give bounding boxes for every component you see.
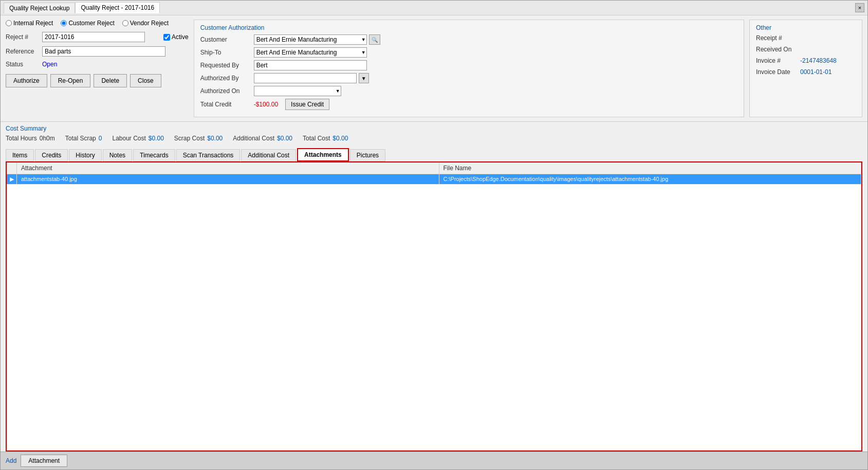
customer-auth-title: Customer Authorization	[200, 24, 737, 31]
total-cost-value: $0.00	[333, 135, 348, 142]
add-link[interactable]: Add	[6, 457, 16, 464]
active-row: Active	[163, 33, 189, 41]
active-label: Active	[172, 33, 189, 41]
total-credit-row: Total Credit -$100.00 Issue Credit	[200, 99, 737, 110]
ship-to-row: Ship-To Bert And Ernie Manufacturing ▼	[200, 47, 737, 58]
total-hours-value: 0h0m	[40, 135, 55, 142]
labour-cost-item: Labour Cost $0.00	[112, 135, 163, 142]
other-panel: Other Receipt # Received On Invoice # -2…	[749, 20, 862, 117]
close-button[interactable]: ×	[855, 3, 864, 12]
requested-by-input[interactable]	[254, 60, 367, 70]
customer-reject-label: Customer Reject	[68, 20, 114, 27]
customer-select-wrapper: Bert And Ernie Manufacturing ▼	[254, 34, 367, 45]
left-panel: Internal Reject Customer Reject Vendor R…	[6, 20, 189, 117]
additional-cost-label: Additional Cost	[233, 135, 274, 142]
total-credit-value: -$100.00	[254, 101, 278, 108]
attachment-cell: attachmentstab-40.jpg	[17, 174, 439, 184]
authorized-on-row: Authorized On ▼	[200, 86, 737, 96]
status-value: Open	[42, 61, 57, 68]
tab-credits[interactable]: Credits	[35, 149, 68, 161]
vendor-reject-radio-group: Vendor Reject	[122, 20, 169, 27]
reject-num-input[interactable]	[42, 32, 145, 42]
customer-search-button[interactable]: 🔍	[369, 34, 380, 45]
reject-num-row: Reject # Active	[6, 32, 189, 42]
active-checkbox[interactable]	[163, 34, 170, 41]
received-on-row: Received On	[756, 46, 856, 53]
tab-additional-cost[interactable]: Additional Cost	[241, 149, 296, 161]
top-section: Internal Reject Customer Reject Vendor R…	[1, 15, 867, 121]
customer-reject-radio[interactable]	[61, 20, 67, 26]
authorized-on-label: Authorized On	[200, 87, 252, 95]
title-bar: Quality Reject Lookup Quality Reject - 2…	[1, 1, 867, 15]
delete-button[interactable]: Delete	[94, 74, 127, 87]
cost-row: Total Hours 0h0m Total Scrap 0 Labour Co…	[6, 135, 862, 142]
vendor-reject-label: Vendor Reject	[130, 20, 169, 27]
receipt-row: Receipt #	[756, 34, 856, 42]
total-hours-item: Total Hours 0h0m	[6, 135, 55, 142]
ship-to-label: Ship-To	[200, 49, 252, 56]
internal-reject-radio[interactable]	[6, 20, 12, 26]
expand-col-header	[7, 162, 17, 174]
action-buttons: Authorize Re-Open Delete Close	[6, 74, 189, 87]
tab-content-attachments: Attachment File Name ▶ attachmentstab-40…	[6, 161, 862, 451]
authorized-by-input[interactable]	[254, 73, 357, 83]
customer-select[interactable]: Bert And Ernie Manufacturing	[254, 34, 367, 45]
tab-items[interactable]: Items	[6, 149, 34, 161]
additional-cost-item: Additional Cost $0.00	[233, 135, 292, 142]
cost-summary-title: Cost Summary	[6, 125, 862, 132]
customer-row: Customer Bert And Ernie Manufacturing ▼ …	[200, 34, 737, 45]
tab-quality-reject-lookup[interactable]: Quality Reject Lookup	[4, 3, 75, 13]
total-scrap-value: 0	[99, 135, 102, 142]
invoice-date-value[interactable]: 0001-01-01	[800, 68, 832, 76]
invoice-date-label: Invoice Date	[756, 68, 797, 76]
tab-history[interactable]: History	[69, 149, 101, 161]
tab-notes[interactable]: Notes	[103, 149, 132, 161]
customer-auth-panel: Customer Authorization Customer Bert And…	[194, 20, 744, 117]
ship-to-select[interactable]: Bert And Ernie Manufacturing	[254, 47, 367, 58]
tab-quality-reject-detail[interactable]: Quality Reject - 2017-1016	[75, 2, 160, 13]
invoice-label: Invoice #	[756, 57, 797, 64]
main-window: Quality Reject Lookup Quality Reject - 2…	[0, 0, 868, 470]
filename-cell: C:\Projects\ShopEdge.Documentation\quali…	[439, 174, 862, 184]
close-form-button[interactable]: Close	[130, 74, 161, 87]
invoice-value[interactable]: -2147483648	[800, 57, 837, 64]
bottom-bar: Add Attachment	[1, 451, 867, 469]
reference-input[interactable]	[42, 46, 165, 57]
received-on-label: Received On	[756, 46, 797, 53]
vendor-reject-radio[interactable]	[122, 20, 128, 26]
authorized-by-row: Authorized By ▼	[200, 73, 737, 83]
additional-cost-value: $0.00	[277, 135, 292, 142]
expand-cell[interactable]: ▶	[7, 174, 17, 184]
authorized-on-select[interactable]	[254, 86, 341, 96]
authorized-by-dropdown-btn[interactable]: ▼	[359, 73, 369, 83]
reopen-button[interactable]: Re-Open	[50, 74, 91, 87]
labour-cost-value: $0.00	[149, 135, 164, 142]
tab-pictures[interactable]: Pictures	[350, 149, 385, 161]
tab-timecards[interactable]: Timecards	[133, 149, 175, 161]
total-cost-item: Total Cost $0.00	[303, 135, 348, 142]
total-scrap-label: Total Scrap	[65, 135, 96, 142]
requested-by-label: Requested By	[200, 62, 252, 69]
attachment-button[interactable]: Attachment	[21, 455, 67, 467]
scrap-cost-item: Scrap Cost $0.00	[174, 135, 223, 142]
filename-col-header[interactable]: File Name	[439, 162, 862, 174]
attachments-table-body: ▶ attachmentstab-40.jpg C:\Projects\Shop…	[7, 174, 861, 450]
attachment-col-header[interactable]: Attachment	[17, 162, 439, 174]
invoice-date-row: Invoice Date 0001-01-01	[756, 68, 856, 76]
status-label: Status	[6, 61, 39, 68]
tab-scan-transactions[interactable]: Scan Transactions	[176, 149, 241, 161]
requested-by-row: Requested By	[200, 60, 737, 70]
total-hours-label: Total Hours	[6, 135, 37, 142]
issue-credit-button[interactable]: Issue Credit	[285, 99, 329, 110]
labour-cost-label: Labour Cost	[112, 135, 145, 142]
tabs-bar: Items Credits History Notes Timecards Sc…	[1, 145, 867, 161]
reference-label: Reference	[6, 48, 39, 55]
total-scrap-item: Total Scrap 0	[65, 135, 102, 142]
authorize-button[interactable]: Authorize	[6, 74, 47, 87]
scrap-cost-value: $0.00	[207, 135, 223, 142]
tab-attachments[interactable]: Attachments	[297, 148, 349, 161]
reject-num-label: Reject #	[6, 33, 39, 41]
reference-row: Reference	[6, 46, 189, 57]
total-cost-label: Total Cost	[303, 135, 330, 142]
table-row[interactable]: ▶ attachmentstab-40.jpg C:\Projects\Shop…	[7, 174, 861, 185]
